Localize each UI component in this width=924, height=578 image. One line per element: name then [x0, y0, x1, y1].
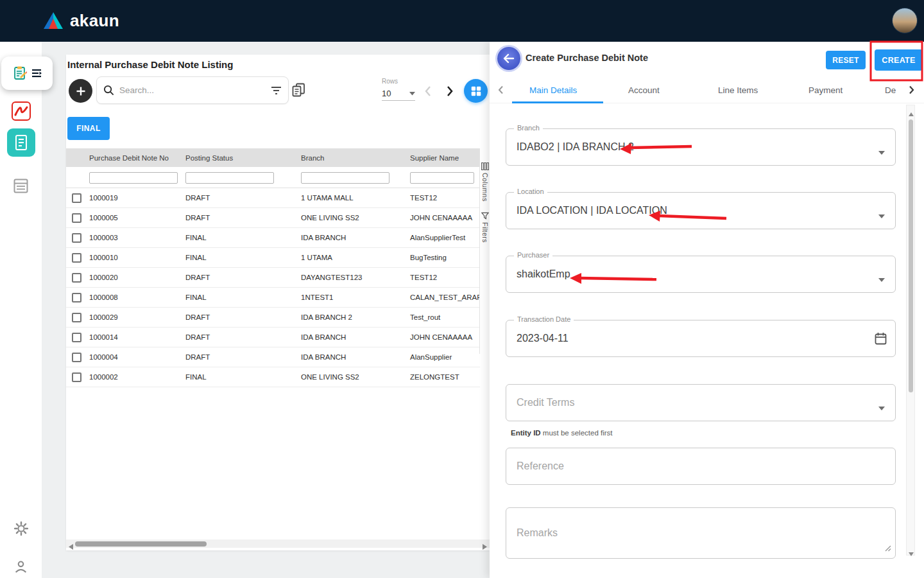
table-row[interactable]: 1000004 DRAFT IDA BRANCH AlanSupplier — [66, 347, 480, 367]
user-avatar[interactable] — [892, 8, 918, 33]
reset-button[interactable]: RESET — [826, 51, 866, 69]
purchaser-value: shaikotEmp — [517, 268, 570, 280]
table-row[interactable]: 1000029 DRAFT IDA BRANCH 2 Test_rout — [66, 308, 480, 328]
duplicate-list-icon[interactable] — [292, 83, 305, 100]
sidebar-item-active-module[interactable] — [0, 128, 42, 157]
table-row[interactable]: 1000014 DRAFT IDA BRANCH JOHN CENAAAAA — [66, 328, 480, 347]
row-checkbox[interactable] — [72, 253, 81, 263]
back-arrow-icon — [503, 53, 515, 64]
cell-supplier: TEST12 — [406, 194, 480, 202]
column-header-posting-status[interactable]: Posting Status — [182, 154, 297, 162]
credit-terms-field[interactable]: Credit Terms — [506, 384, 896, 421]
list-table-icon — [13, 179, 28, 193]
table-row[interactable]: 1000005 DRAFT ONE LIVING SS2 JOHN CENAAA… — [66, 208, 480, 228]
cell-note-no: 1000029 — [85, 313, 182, 321]
tab-payment[interactable]: Payment — [809, 85, 843, 95]
rows-per-page-select[interactable]: Rows 10 — [382, 78, 415, 101]
entity-helper-rest: must be selected first — [541, 429, 613, 437]
row-checkbox[interactable] — [72, 293, 81, 302]
sidebar-item-settings[interactable] — [0, 521, 42, 536]
tab-main-details[interactable]: Main Details — [529, 85, 577, 95]
resize-handle-icon[interactable] — [884, 543, 891, 554]
previous-page-button[interactable] — [424, 85, 432, 100]
logo-text: akaun — [70, 10, 119, 31]
columns-panel-toggle[interactable]: Columns — [481, 162, 489, 202]
menu-icon — [32, 69, 42, 78]
reference-field[interactable]: Reference — [506, 448, 896, 485]
row-checkbox[interactable] — [72, 273, 81, 283]
filter-list-icon[interactable] — [271, 86, 282, 95]
table-row[interactable]: 1000020 DRAFT DAYANGTEST123 TEST12 — [66, 268, 480, 288]
add-button[interactable] — [69, 79, 92, 103]
grid-view-button[interactable] — [464, 79, 488, 103]
column-filter-note-no[interactable] — [89, 172, 178, 184]
tabs-scroll-right-icon[interactable] — [909, 85, 914, 97]
row-checkbox[interactable] — [72, 233, 81, 243]
cell-status: DRAFT — [182, 353, 297, 361]
row-checkbox[interactable] — [72, 193, 81, 203]
search-input[interactable] — [119, 85, 266, 95]
sidebar-item-pdf[interactable] — [0, 101, 42, 121]
scroll-down-icon[interactable] — [909, 548, 914, 559]
row-checkbox[interactable] — [72, 353, 81, 362]
tab-details-truncated[interactable]: De — [885, 85, 896, 95]
tab-account[interactable]: Account — [628, 85, 660, 95]
location-field[interactable]: Location IDA LOCATION | IDA LOCATION — [506, 192, 896, 229]
table-row[interactable]: 1000019 DRAFT 1 UTAMA MALL TEST12 — [66, 188, 480, 208]
module-switcher[interactable] — [1, 57, 53, 90]
remarks-field[interactable]: Remarks — [506, 507, 896, 559]
row-checkbox[interactable] — [72, 313, 81, 322]
column-filter-branch[interactable] — [301, 172, 389, 184]
create-button[interactable]: CREATE — [875, 49, 923, 71]
next-page-button[interactable] — [446, 85, 454, 100]
tabs-scroll-left-icon[interactable] — [498, 85, 504, 97]
table-row[interactable]: 1000010 FINAL 1 UTAMA BugTesting — [66, 248, 480, 268]
row-checkbox[interactable] — [72, 333, 81, 342]
scroll-left-icon[interactable] — [68, 541, 73, 552]
table-filter-row — [66, 167, 480, 188]
clipboard-icon — [12, 66, 28, 81]
table-row[interactable]: 1000003 FINAL IDA BRANCH AlanSupplierTes… — [66, 228, 480, 248]
purchaser-field[interactable]: Purchaser shaikotEmp — [506, 256, 896, 293]
table-side-rail: Columns Filters — [479, 148, 490, 354]
create-panel: Create Purchase Debit Note RESET CREATE … — [490, 42, 924, 578]
grid-icon — [470, 85, 482, 97]
transaction-date-field[interactable]: Transaction Date 2023-04-11 — [506, 320, 896, 357]
final-filter-button[interactable]: FINAL — [67, 117, 110, 140]
cell-note-no: 1000020 — [85, 274, 182, 281]
akaun-logo: akaun — [42, 10, 119, 31]
akaun-logo-icon — [42, 11, 64, 30]
sidebar-item-listing[interactable] — [0, 179, 42, 193]
row-checkbox[interactable] — [72, 213, 81, 223]
remarks-placeholder: Remarks — [517, 527, 558, 539]
cell-status: DRAFT — [182, 194, 297, 202]
caret-down-icon — [409, 92, 415, 96]
column-filter-supplier[interactable] — [410, 172, 474, 184]
calendar-icon[interactable] — [875, 332, 887, 347]
sidebar-item-profile[interactable] — [0, 560, 42, 574]
cell-supplier: CALAN_TEST_ARAP_2 — [406, 293, 480, 301]
branch-field[interactable]: Branch IDABO2 | IDA BRANCH 2 — [506, 128, 896, 166]
vertical-scroll-thumb[interactable] — [909, 119, 913, 392]
scroll-up-icon[interactable] — [909, 108, 914, 119]
listing-panel: Internal Purchase Debit Note Listing Row… — [66, 55, 490, 550]
cell-supplier: JOHN CENAAAAA — [406, 333, 480, 341]
sidebar — [0, 42, 42, 578]
horizontal-scroll-thumb[interactable] — [75, 541, 207, 547]
column-filter-posting-status[interactable] — [185, 172, 274, 184]
row-checkbox[interactable] — [72, 372, 81, 382]
cell-branch: 1 UTAMA MALL — [297, 194, 406, 202]
filters-panel-toggle[interactable]: Filters — [481, 212, 489, 243]
column-header-branch[interactable]: Branch — [297, 154, 406, 162]
back-button[interactable] — [497, 47, 520, 70]
table-row[interactable]: 1000002 FINAL ONE LIVING SS2 ZELONGTEST — [66, 367, 480, 387]
tab-line-items[interactable]: Line Items — [718, 85, 758, 95]
table-body: 1000019 DRAFT 1 UTAMA MALL TEST12 100000… — [66, 188, 480, 387]
tab-bar: Main Details Account Line Items Payment … — [490, 78, 924, 103]
cell-note-no: 1000014 — [85, 333, 182, 341]
table-row[interactable]: 1000008 FINAL 1NTEST1 CALAN_TEST_ARAP_2 — [66, 288, 480, 308]
column-header-note-no[interactable]: Purchase Debit Note No — [85, 154, 182, 162]
location-value: IDA LOCATION | IDA LOCATION — [517, 205, 667, 216]
column-header-supplier[interactable]: Supplier Name — [406, 154, 480, 162]
scroll-right-icon[interactable] — [483, 541, 488, 552]
